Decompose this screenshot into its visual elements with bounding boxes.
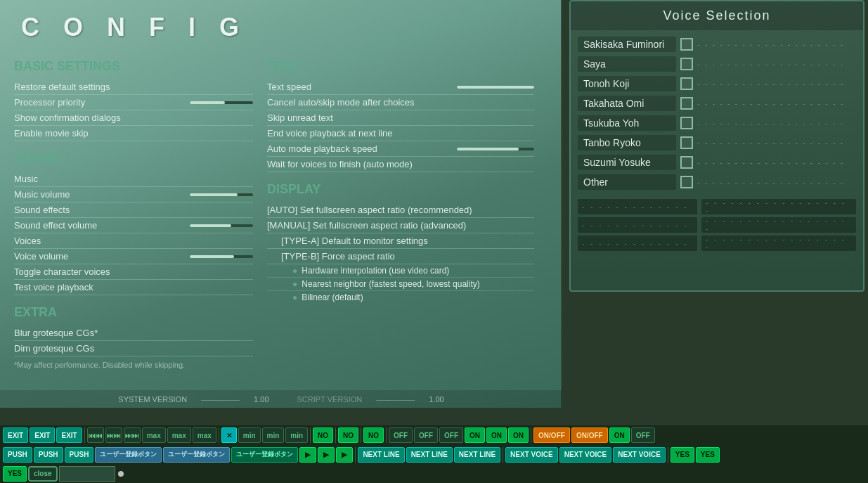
on-button-1[interactable]: ON <box>465 427 485 443</box>
toggle-character-voices-label: Toggle character voices <box>14 266 110 277</box>
on-button-3[interactable]: ON <box>508 427 529 443</box>
exit-button-3[interactable]: EXIT <box>56 427 82 443</box>
off-button-4[interactable]: OFF <box>631 427 655 443</box>
voice-row-6: Suzumi Yosuke - - - - - - - - - - - - - … <box>578 153 856 172</box>
user-register-button-3[interactable]: ユーザー登録ボタン <box>231 447 298 463</box>
auto-mode-speed-slider[interactable] <box>457 148 534 150</box>
voice-extra-row-1: - - - - - - - - - - - - - - - - - - - - … <box>578 199 856 214</box>
max-button-1[interactable]: max <box>142 427 166 443</box>
music-volume-slider[interactable] <box>190 193 253 196</box>
push-button-3[interactable]: PUSH <box>65 447 94 463</box>
auto-aspect-row[interactable]: [AUTO] Set fullscreen aspect ratio (reco… <box>267 202 534 218</box>
manual-aspect-row[interactable]: [MANUAL] Set fullscreen aspect ratio (ad… <box>267 218 534 233</box>
off-button-3[interactable]: OFF <box>439 427 463 443</box>
processor-priority-slider[interactable] <box>190 101 253 104</box>
wait-for-voices-row[interactable]: Wait for voices to finish (auto mode) <box>267 157 534 172</box>
next-button-1[interactable]: ⏭⏭ <box>105 427 122 443</box>
voices-row[interactable]: Voices <box>14 233 253 249</box>
type-a-row[interactable]: [TYPE-A] Default to monitor settings <box>267 233 534 249</box>
music-row[interactable]: Music <box>14 172 253 187</box>
text-speed-row[interactable]: Text speed <box>267 79 534 95</box>
enable-movie-skip-row[interactable]: Enable movie skip <box>14 126 253 141</box>
exit-button-1[interactable]: EXIT <box>3 427 28 443</box>
on-button-4[interactable]: ON <box>609 427 630 443</box>
voice-name-3: Takahata Omi <box>578 96 676 111</box>
dim-grotesque-row[interactable]: Dim grotesque CGs <box>14 341 253 356</box>
sound-effect-volume-row[interactable]: Sound effect volume <box>14 218 253 233</box>
text-speed-label: Text speed <box>267 82 311 92</box>
show-confirmation-row[interactable]: Show confirmation dialogs <box>14 110 253 126</box>
processor-priority-row[interactable]: Processor priority <box>14 95 253 110</box>
voice-volume-row[interactable]: Voice volume <box>14 249 253 264</box>
max-button-2[interactable]: max <box>167 427 191 443</box>
no-button-3[interactable]: NO <box>363 427 384 443</box>
auto-mode-speed-row[interactable]: Auto mode playback speed <box>267 141 534 157</box>
x-button[interactable]: ✕ <box>221 427 237 443</box>
user-register-button-2[interactable]: ユーザー登録ボタン <box>163 447 230 463</box>
voice-volume-slider[interactable] <box>190 255 253 258</box>
max-button-3[interactable]: max <box>193 427 216 443</box>
voice-checkbox-5[interactable] <box>680 136 693 149</box>
toggle-character-voices-row[interactable]: Toggle character voices <box>14 264 253 280</box>
next-voice-button-2[interactable]: NEXT VOICE <box>559 447 612 463</box>
yes-button-3[interactable]: YES <box>3 466 27 482</box>
cancel-auto-skip-label: Cancel auto/skip mode after choices <box>267 97 415 108</box>
off-button-1[interactable]: OFF <box>389 427 413 443</box>
voice-checkbox-0[interactable] <box>680 38 693 51</box>
hw-interpolation-row[interactable]: Hardware interpolation (use video card) <box>267 264 534 278</box>
no-button-1[interactable]: NO <box>313 427 333 443</box>
voice-extra-dashes-left-2: - - - - - - - - - - - - - <box>582 221 689 229</box>
nearest-neighbor-row[interactable]: Nearest neighbor (fastest speed, lowest … <box>267 278 534 291</box>
voice-row-7: Other - - - - - - - - - - - - - - - - - … <box>578 172 856 192</box>
end-voice-playback-row[interactable]: End voice playback at next line <box>267 126 534 141</box>
no-button-2[interactable]: NO <box>338 427 358 443</box>
off-button-2[interactable]: OFF <box>414 427 438 443</box>
voice-checkbox-4[interactable] <box>680 117 693 129</box>
exit-button-2[interactable]: EXIT <box>30 427 55 443</box>
voice-checkbox-2[interactable] <box>680 77 693 90</box>
next-line-button-2[interactable]: NEXT LINE <box>406 447 453 463</box>
sound-effects-row[interactable]: Sound effects <box>14 202 253 218</box>
extra-title: EXTRA <box>14 305 253 320</box>
text-input[interactable] <box>59 466 115 482</box>
yes-button-2[interactable]: YES <box>696 447 720 463</box>
min-button-1[interactable]: min <box>238 427 261 443</box>
voice-checkbox-7[interactable] <box>680 176 693 188</box>
push-button-1[interactable]: PUSH <box>3 447 32 463</box>
next-voice-button-1[interactable]: NEXT VOICE <box>505 447 558 463</box>
display-title: DISPLAY <box>267 182 534 197</box>
next-voice-button-3[interactable]: NEXT VOICE <box>613 447 666 463</box>
restore-defaults-row[interactable]: Restore default settings <box>14 79 253 95</box>
play-button-1[interactable]: ▶ <box>299 447 316 463</box>
cancel-auto-skip-row[interactable]: Cancel auto/skip mode after choices <box>267 95 534 110</box>
play-button-3[interactable]: ▶ <box>336 447 353 463</box>
type-b-row[interactable]: [TYPE-B] Force aspect ratio <box>267 249 534 264</box>
text-speed-slider[interactable] <box>457 86 534 89</box>
voice-checkbox-3[interactable] <box>680 97 693 110</box>
prev-button[interactable]: ⏮⏮ <box>87 427 104 443</box>
blur-grotesque-row[interactable]: Blur grotesque CGs* <box>14 326 253 341</box>
next-line-button-1[interactable]: NEXT LINE <box>358 447 404 463</box>
voice-checkbox-1[interactable] <box>680 58 693 70</box>
yes-button-1[interactable]: YES <box>671 447 694 463</box>
voice-checkbox-6[interactable] <box>680 156 693 169</box>
sound-effect-volume-slider[interactable] <box>190 224 253 227</box>
next-button-2[interactable]: ⏭⏭ <box>124 427 141 443</box>
voice-extra-right-2: - - - - - - - - - - - - - - - - - - <box>701 217 856 233</box>
play-button-2[interactable]: ▶ <box>318 447 335 463</box>
music-label: Music <box>14 174 38 184</box>
min-button-2[interactable]: min <box>262 427 285 443</box>
bilinear-row[interactable]: Bilinear (default) <box>267 291 534 304</box>
on-button-2[interactable]: ON <box>486 427 507 443</box>
script-version-value: 1.00 <box>429 395 443 404</box>
min-button-3[interactable]: min <box>285 427 308 443</box>
test-voice-playback-row[interactable]: Test voice playback <box>14 280 253 295</box>
onoff-button-1[interactable]: ON/OFF <box>533 427 570 443</box>
push-button-2[interactable]: PUSH <box>34 447 63 463</box>
music-volume-row[interactable]: Music volume <box>14 187 253 202</box>
next-line-button-3[interactable]: NEXT LINE <box>454 447 500 463</box>
skip-unread-row[interactable]: Skip unread text <box>267 110 534 126</box>
onoff-button-2[interactable]: ON/OFF <box>571 427 608 443</box>
user-register-button-1[interactable]: ユーザー登録ボタン <box>95 447 162 463</box>
close-button[interactable]: close <box>28 466 58 482</box>
